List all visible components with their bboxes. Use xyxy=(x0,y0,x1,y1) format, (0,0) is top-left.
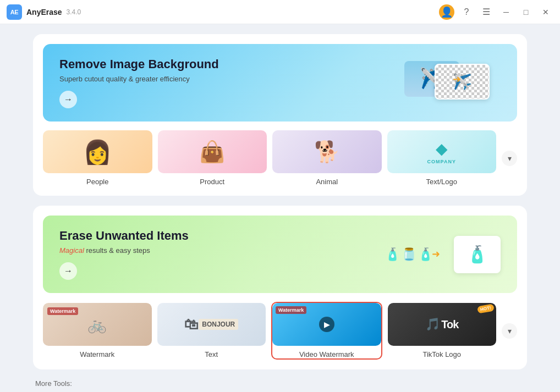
erase-arrow-icon: ➜ xyxy=(432,248,440,260)
erase-card: Erase Unwanted Items Magical results & e… xyxy=(33,206,527,369)
watermark-thumb-inner: 🚲 Watermark xyxy=(43,303,152,346)
bonjour-label: BONJOUR xyxy=(199,319,238,330)
erase-subtitle-rest: results & easy steps xyxy=(86,246,150,255)
erase-cat-video-watermark[interactable]: Watermark ▶ Video Watermark xyxy=(271,302,382,360)
app-name: AnyErase xyxy=(26,8,62,16)
watermark-thumb: 🚲 Watermark xyxy=(43,303,152,346)
remove-bg-arrow-btn[interactable]: → xyxy=(59,91,77,108)
tiktok-thumb: HOT! 🎵 Tok xyxy=(388,303,497,346)
animal-thumb: 🐕 xyxy=(272,130,382,173)
close-button[interactable]: ✕ xyxy=(538,4,553,20)
bottle-after-icon: 🧴 xyxy=(467,245,487,264)
hot-badge: HOT! xyxy=(477,304,495,314)
erase-before: 🧴 🫙 🧴 xyxy=(385,247,433,262)
erase-cat-text[interactable]: 🛍 BONJOUR Text xyxy=(157,303,266,358)
watermark-cat-label: Watermark xyxy=(80,350,114,358)
product-label: Product xyxy=(200,178,224,186)
tiktok-logo-text: Tok xyxy=(441,318,458,331)
maximize-button[interactable]: □ xyxy=(518,4,534,20)
company-text: COMPANY xyxy=(427,159,456,164)
app-logo: AE xyxy=(7,4,22,20)
remove-bg-image: ✈️ ➜ ✈️ xyxy=(404,61,501,105)
erase-subtitle: Magical results & easy steps xyxy=(59,246,189,255)
titlebar-right: 👤 ? ☰ ─ □ ✕ xyxy=(439,4,553,20)
plane-after: ✈️ xyxy=(435,64,490,100)
titlebar: AE AnyErase 3.4.0 👤 ? ☰ ─ □ ✕ xyxy=(0,0,560,24)
erase-banner: Erase Unwanted Items Magical results & e… xyxy=(43,216,517,293)
remove-bg-card: Remove Image Background Superb cutout qu… xyxy=(33,34,527,196)
arrow-overlay: ➜ xyxy=(453,73,461,85)
more-tools-title: More Tools: xyxy=(35,379,525,388)
titlebar-left: AE AnyErase 3.4.0 xyxy=(7,4,81,20)
magical-text: Magical xyxy=(59,246,84,255)
app-version: 3.4.0 xyxy=(67,8,81,16)
watermark-bg-icon: 🚲 xyxy=(87,316,107,334)
watermark-overlay-label: Watermark xyxy=(47,307,78,315)
erase-after: 🧴 xyxy=(454,236,501,273)
textlogo-thumb: ◆ COMPANY xyxy=(387,130,497,173)
erase-text: Erase Unwanted Items Magical results & e… xyxy=(59,229,189,280)
more-tools-section: More Tools: 🖼 Add Watermark to Image 🎬 A… xyxy=(33,379,527,392)
remove-bg-subtitle: Superb cutout quality & greater efficien… xyxy=(59,75,219,83)
tiktok-cat-label: TikTok Logo xyxy=(422,350,461,358)
textlogo-label: Text/Logo xyxy=(426,178,457,186)
category-textlogo[interactable]: ◆ COMPANY Text/Logo xyxy=(387,130,497,186)
category-animal[interactable]: 🐕 Animal xyxy=(272,130,382,186)
remove-bg-banner: Remove Image Background Superb cutout qu… xyxy=(43,44,517,122)
text-thumb-inner: 🛍 BONJOUR xyxy=(157,303,266,346)
video-watermark-overlay-label: Watermark xyxy=(276,306,306,314)
category-people[interactable]: 👩 People xyxy=(43,130,152,186)
remove-bg-title: Remove Image Background xyxy=(59,57,219,71)
menu-icon[interactable]: ☰ xyxy=(479,4,494,20)
video-watermark-cat-label: Video Watermark xyxy=(299,350,354,358)
category-product[interactable]: 👜 Product xyxy=(158,130,267,186)
people-thumb: 👩 xyxy=(43,130,152,173)
text-bag-icon: 🛍 xyxy=(184,316,199,333)
play-icon: ▶ xyxy=(319,317,334,332)
company-diamond-icon: ◆ xyxy=(436,140,448,158)
erase-image: 🧴 🫙 🧴 ➜ 🧴 xyxy=(380,233,501,277)
people-label: People xyxy=(86,178,108,186)
item-bottle3-icon: 🧴 xyxy=(418,247,433,262)
erase-arrow-btn[interactable]: → xyxy=(59,262,77,280)
avatar-icon[interactable]: 👤 xyxy=(439,4,454,20)
product-thumb: 👜 xyxy=(158,130,267,173)
remove-bg-categories: 👩 People 👜 Product 🐕 Animal ◆ xyxy=(43,130,517,186)
text-cat-label: Text xyxy=(205,350,218,358)
erase-cat-watermark[interactable]: 🚲 Watermark Watermark xyxy=(43,303,152,358)
minimize-button[interactable]: ─ xyxy=(498,4,514,20)
video-watermark-thumb: Watermark ▶ xyxy=(272,303,381,346)
animal-label: Animal xyxy=(316,178,338,186)
item-bottle1-icon: 🧴 xyxy=(385,247,400,262)
text-thumb: 🛍 BONJOUR xyxy=(157,303,266,346)
erase-categories-chevron-btn[interactable]: ▾ xyxy=(502,323,517,339)
help-icon[interactable]: ? xyxy=(459,4,474,20)
erase-cat-tiktok[interactable]: HOT! 🎵 Tok TikTok Logo xyxy=(388,303,497,358)
main-content: Remove Image Background Superb cutout qu… xyxy=(0,24,560,392)
erase-title: Erase Unwanted Items xyxy=(59,229,189,243)
categories-chevron-btn[interactable]: ▾ xyxy=(502,151,517,166)
tiktok-logo-icon: 🎵 xyxy=(425,317,440,332)
item-bottle2-icon: 🫙 xyxy=(402,247,416,262)
remove-bg-text: Remove Image Background Superb cutout qu… xyxy=(59,57,219,108)
erase-categories: 🚲 Watermark Watermark 🛍 BONJOUR Text xyxy=(43,302,517,360)
